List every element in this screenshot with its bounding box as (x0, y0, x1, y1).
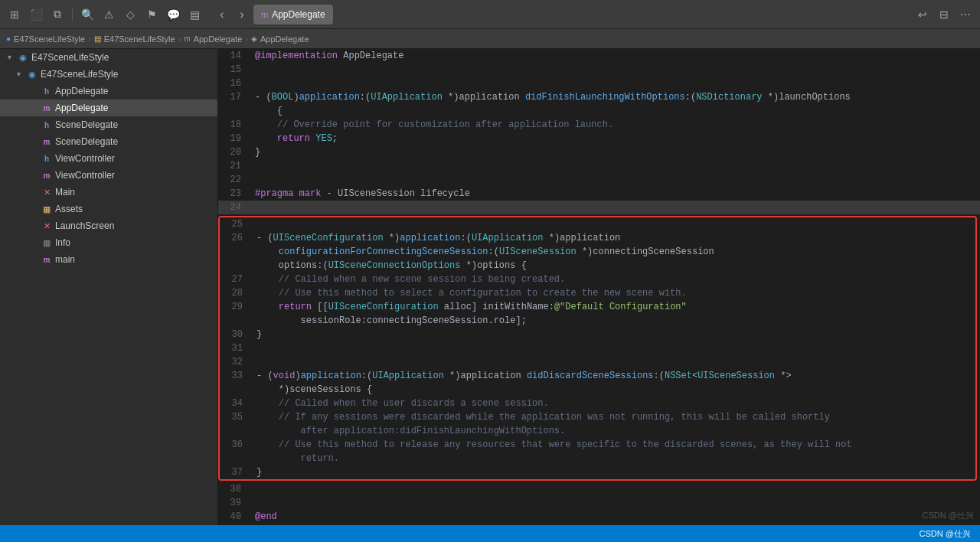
line-content (249, 201, 980, 214)
code-line-33: 33 - (void)application:(UIApplication *)… (220, 369, 975, 383)
code-line-28: 28 // Use this method to select a config… (220, 286, 975, 300)
line-content (250, 341, 975, 355)
line-content (249, 482, 980, 496)
code-line-35b: after application:didFinishLaunchingWith… (220, 424, 975, 438)
sidebar-item-appdelegate-m[interactable]: m AppDelegate (0, 100, 217, 116)
line-content: - (UISceneConfiguration *)application:(U… (250, 231, 975, 245)
code-line-26: 26 - (UISceneConfiguration *)application… (220, 231, 975, 245)
code-line-26b: configurationForConnectingSceneSession:(… (220, 245, 975, 259)
m-icon: m (184, 34, 190, 43)
message-icon[interactable]: 💬 (165, 6, 181, 23)
line-number: 17 (218, 90, 249, 104)
sidebar-label-main-m: main (55, 254, 75, 265)
code-line-15: 15 (218, 63, 980, 77)
breadcrumb-symbol[interactable]: ◈ AppDelegate (251, 34, 309, 44)
split-icon[interactable]: ⊟ (936, 6, 952, 23)
line-content (250, 355, 975, 369)
grid-icon[interactable]: ⊞ (6, 6, 23, 23)
x-icon: ✕ (41, 188, 52, 198)
line-content: } (249, 145, 980, 159)
line-number: 37 (220, 465, 250, 479)
expand-arrow: ▼ (15, 70, 22, 78)
breadcrumb-folder[interactable]: ▤ E47SceneLifeStyle (94, 34, 175, 44)
grid-icon: ▦ (41, 238, 52, 248)
breadcrumb-symbol-label: AppDelegate (260, 34, 309, 44)
sidebar-item-launchscreen[interactable]: ✕ LaunchScreen (0, 217, 217, 234)
return-icon[interactable]: ↩ (914, 6, 931, 23)
status-bar: CSDN @仕兴 (0, 525, 980, 542)
line-number (220, 452, 250, 465)
toolbar: ⊞ ⬛ ⧉ 🔍 ⚠ ◇ ⚑ 💬 ▤ ‹ › m AppDelegate ↩ ⊟ … (0, 0, 980, 29)
code-line-36b: return. (220, 452, 975, 465)
line-number (220, 424, 250, 438)
sidebar-item-viewcontroller-h[interactable]: h ViewController (0, 150, 217, 167)
x-icon: ✕ (41, 221, 52, 231)
code-line-36: 36 // Use this method to release any res… (220, 438, 975, 452)
line-content: // Use this method to release any resour… (250, 438, 975, 452)
code-line-25: 25 (220, 217, 975, 231)
sidebar-label-scenedelegate-h: SceneDelegate (55, 119, 118, 130)
breadcrumb-file[interactable]: m AppDelegate (184, 34, 242, 44)
project-icon: ◉ (18, 53, 28, 63)
main-area: ▼ ◉ E47SceneLifeStyle ▼ ◉ E47SceneLifeSt… (0, 49, 980, 525)
sidebar-label-assets: Assets (55, 204, 83, 214)
code-line-26c: options:(UISceneConnectionOptions *)opti… (220, 259, 975, 273)
code-line-39: 39 (218, 496, 980, 510)
line-content: // Override point for customization afte… (249, 118, 980, 132)
sidebar-item-main-m[interactable]: m main (0, 251, 217, 268)
sidebar-item-main[interactable]: ✕ Main (0, 184, 217, 201)
code-line-27: 27 // Called when a new scene session is… (220, 273, 975, 286)
code-line-18: 18 // Override point for customization a… (218, 118, 980, 132)
stop-icon[interactable]: ⬛ (28, 6, 44, 23)
code-line-22: 22 (218, 173, 980, 187)
sidebar-item-scenedelegate-h[interactable]: h SceneDelegate (0, 116, 217, 133)
env-icon[interactable]: ▤ (186, 6, 203, 23)
sidebar-item-assets[interactable]: ▦ Assets (0, 201, 217, 217)
sidebar-item-group[interactable]: ▼ ◉ E47SceneLifeStyle (0, 66, 217, 83)
line-number: 30 (220, 328, 250, 341)
nav-back-button[interactable]: ‹ (214, 6, 230, 23)
sidebar-item-appdelegate-h[interactable]: h AppDelegate (0, 83, 217, 100)
breadcrumb-project[interactable]: ● E47SceneLifeStyle (6, 34, 85, 44)
appdelegate-tab[interactable]: m AppDelegate (253, 5, 333, 24)
flag-icon[interactable]: ⚑ (143, 6, 160, 23)
code-line-32: 32 (220, 355, 975, 369)
line-number: 18 (218, 118, 249, 132)
nav-forward-button[interactable]: › (234, 6, 250, 23)
sidebar-label-group: E47SceneLifeStyle (41, 69, 118, 80)
sidebar-item-info[interactable]: ▦ Info (0, 234, 217, 251)
sidebar-item-project-root[interactable]: ▼ ◉ E47SceneLifeStyle (0, 49, 217, 66)
line-content: options:(UISceneConnectionOptions *)opti… (250, 259, 975, 273)
line-number: 38 (218, 482, 249, 496)
warning-icon[interactable]: ⚠ (100, 6, 117, 23)
line-content: - (BOOL)application:(UIApplication *)app… (249, 90, 980, 104)
code-line-37: 37 } (220, 465, 975, 479)
line-content: after application:didFinishLaunchingWith… (250, 424, 975, 438)
line-number: 40 (218, 510, 249, 524)
line-number: 20 (218, 145, 249, 159)
layers-icon[interactable]: ⧉ (49, 6, 66, 23)
code-line-29b: sessionRole:connectingSceneSession.role]… (220, 314, 975, 328)
line-number: 36 (220, 438, 250, 452)
line-number: 31 (220, 341, 250, 355)
sidebar-label-appdelegate-h: AppDelegate (55, 86, 108, 96)
line-number (218, 104, 249, 118)
line-number: 15 (218, 63, 249, 77)
diamond-icon[interactable]: ◇ (122, 6, 139, 23)
code-editor[interactable]: 14 @implementation AppDelegate 15 16 17 … (218, 49, 980, 525)
status-text: CSDN @仕兴 (920, 528, 971, 540)
more-icon[interactable]: ⋯ (957, 6, 974, 23)
folder-icon: ▤ (94, 34, 101, 43)
line-number: 26 (220, 231, 250, 245)
sidebar-item-scenedelegate-m[interactable]: m SceneDelegate (0, 133, 217, 150)
line-number: 34 (220, 397, 250, 410)
search-icon[interactable]: 🔍 (79, 6, 96, 23)
sep3: › (245, 34, 248, 44)
line-content (249, 159, 980, 173)
line-number: 32 (220, 355, 250, 369)
sidebar-item-viewcontroller-m[interactable]: m ViewController (0, 167, 217, 184)
line-content: // If any sessions were discarded while … (250, 410, 975, 424)
line-content: - (void)application:(UIApplication *)app… (250, 369, 975, 383)
sidebar-label-launchscreen: LaunchScreen (55, 220, 114, 231)
sidebar-label-main: Main (55, 187, 75, 198)
